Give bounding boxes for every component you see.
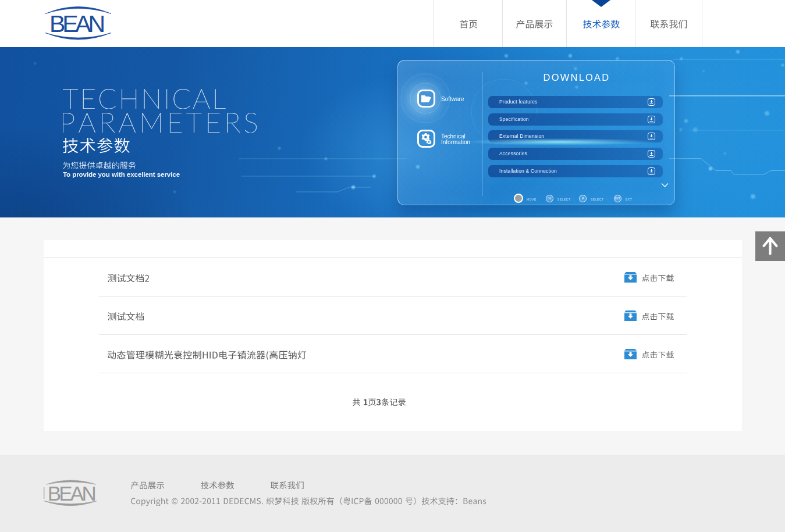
svg-text:BEAN: BEAN <box>48 482 97 505</box>
svg-text:BEAN: BEAN <box>49 10 105 37</box>
